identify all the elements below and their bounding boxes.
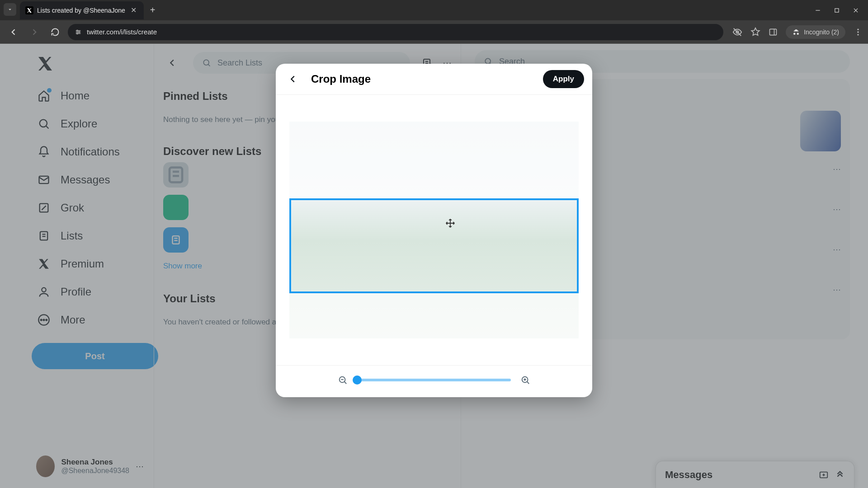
new-tab-button[interactable]: + (144, 5, 162, 15)
url-text: twitter.com/i/lists/create (87, 28, 157, 36)
nav-back-button[interactable] (5, 24, 22, 40)
crop-dim-bottom (289, 293, 579, 338)
apply-button[interactable]: Apply (543, 70, 584, 88)
browser-address-bar: twitter.com/i/lists/create Incognito (2) (0, 20, 868, 44)
zoom-slider-row (276, 366, 592, 397)
page-content: Home Explore Notifications Messages Grok… (0, 44, 868, 488)
incognito-indicator[interactable]: Incognito (2) (786, 25, 845, 39)
window-close-icon[interactable] (853, 7, 859, 14)
svg-rect-1 (835, 8, 839, 12)
zoom-out-button[interactable] (336, 374, 349, 386)
crop-image-modal: Crop Image Apply (276, 64, 592, 397)
svg-point-9 (77, 33, 78, 34)
crop-selection-frame[interactable] (289, 198, 579, 293)
svg-line-53 (527, 382, 529, 384)
crop-dim-top (289, 122, 579, 198)
svg-point-14 (857, 28, 859, 30)
svg-point-15 (857, 31, 859, 33)
site-settings-icon[interactable] (74, 28, 82, 36)
window-maximize-icon[interactable] (834, 7, 840, 14)
zoom-in-button[interactable] (519, 374, 532, 386)
modal-back-button[interactable] (284, 70, 302, 88)
modal-title: Crop Image (311, 73, 534, 85)
svg-rect-12 (770, 29, 777, 35)
incognito-icon (792, 28, 800, 36)
svg-point-8 (79, 31, 80, 33)
move-cursor-icon (445, 218, 455, 228)
crop-image-preview[interactable] (289, 122, 579, 338)
browser-tab[interactable]: Lists created by @SheenaJone ✕ (20, 1, 144, 19)
crop-canvas-area (276, 94, 592, 366)
panel-icon[interactable] (769, 28, 778, 37)
bookmark-star-icon[interactable] (750, 27, 760, 37)
svg-line-50 (344, 382, 347, 384)
tab-search-dropdown[interactable] (4, 3, 16, 16)
zoom-slider[interactable] (357, 379, 511, 381)
nav-reload-button[interactable] (47, 24, 63, 40)
window-minimize-icon[interactable] (815, 7, 821, 14)
tab-close-icon[interactable]: ✕ (129, 6, 138, 14)
svg-point-7 (77, 30, 78, 31)
eye-off-icon[interactable] (732, 27, 742, 37)
browser-menu-icon[interactable] (854, 28, 863, 37)
browser-tab-bar: Lists created by @SheenaJone ✕ + (0, 0, 868, 20)
incognito-label: Incognito (2) (804, 28, 839, 36)
modal-overlay[interactable]: Crop Image Apply (0, 44, 868, 488)
x-favicon (25, 6, 33, 14)
svg-point-16 (857, 34, 859, 35)
zoom-slider-thumb[interactable] (353, 375, 362, 385)
tab-title: Lists created by @SheenaJone (37, 7, 125, 14)
nav-forward-button (26, 24, 42, 40)
url-field[interactable]: twitter.com/i/lists/create (68, 24, 723, 40)
